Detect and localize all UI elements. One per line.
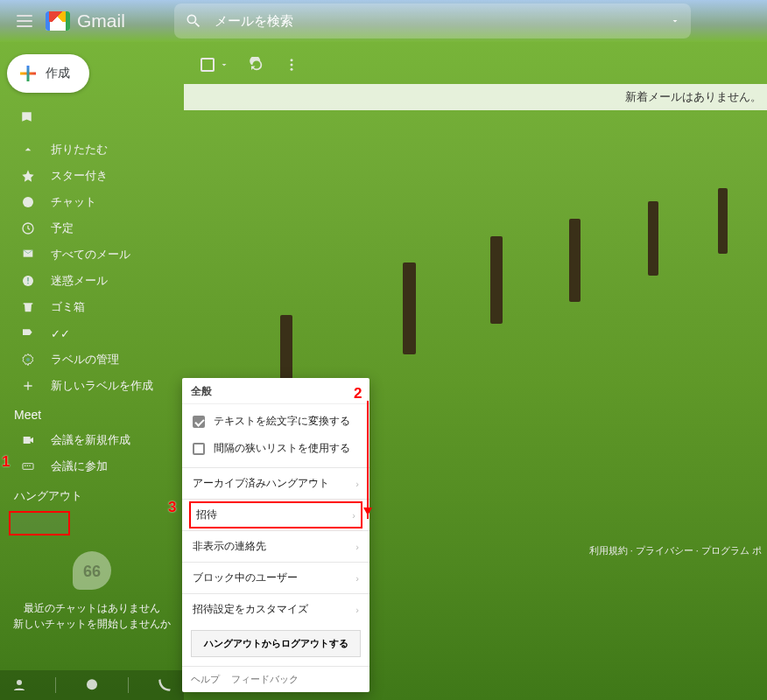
sidebar-item-collapse[interactable]: 折りたたむ [0, 136, 184, 163]
svg-rect-11 [27, 466, 28, 466]
sidebar-item-starred[interactable]: スター付き [0, 163, 184, 189]
caret-down-icon[interactable] [219, 60, 229, 70]
sidebar-label: 折りたたむ [51, 142, 108, 158]
sidebar-category-tag[interactable] [0, 105, 184, 131]
svg-rect-7 [27, 283, 28, 284]
refresh-button[interactable] [249, 57, 264, 73]
popup-item-label: アーカイブ済みハングアウト [193, 476, 329, 491]
sidebar-label: ✓✓ [51, 327, 70, 340]
label-icon [18, 326, 39, 340]
hangout-user-avatar[interactable] [9, 511, 70, 536]
sidebar-label: 予定 [51, 220, 74, 236]
sidebar-item-custom-label[interactable]: ✓✓ [0, 320, 184, 346]
keyboard-icon [18, 459, 39, 473]
gear-icon [18, 353, 39, 367]
popup-option-emoji[interactable]: テキストを絵文字に変換する [182, 408, 369, 435]
hangout-empty-state: 最近のチャットはありません 新しいチャットを開始しませんか [0, 551, 184, 632]
svg-point-3 [23, 197, 33, 207]
search-placeholder: メールを検索 [215, 13, 670, 30]
chevron-right-icon: › [355, 479, 359, 489]
chat-icon [18, 195, 39, 209]
clock-icon [18, 221, 39, 235]
popup-option-label: テキストを絵文字に変換する [214, 414, 350, 429]
meet-join[interactable]: 会議に参加 [0, 453, 184, 480]
gmail-logo[interactable]: Gmail [46, 10, 125, 32]
hangouts-button[interactable] [81, 674, 103, 696]
chevron-right-icon: › [352, 510, 355, 521]
footer-program[interactable]: プログラム ポ [701, 545, 762, 556]
popup-help-link[interactable]: ヘルプ [191, 674, 220, 684]
svg-point-0 [291, 59, 293, 61]
gmail-logo-text: Gmail [77, 10, 125, 32]
popup-option-label: 間隔の狭いリストを使用する [214, 441, 350, 456]
popup-item-label: ブロック中のユーザー [193, 570, 298, 585]
caret-down-icon[interactable] [670, 16, 680, 26]
sidebar-label: ラベルの管理 [51, 352, 119, 368]
footer-privacy[interactable]: プライバシー [636, 545, 693, 556]
phone-button[interactable] [153, 674, 176, 696]
sidebar-item-manage-labels[interactable]: ラベルの管理 [0, 346, 184, 373]
footer-links: 利用規約 · プライバシー · プログラム ポ [589, 544, 762, 557]
more-button[interactable] [284, 57, 299, 73]
sidebar-label: 迷惑メール [51, 273, 108, 289]
popup-item-label: 招待設定をカスタマイズ [193, 602, 308, 617]
sidebar-label: 新しいラベルを作成 [51, 378, 153, 394]
sidebar-label: チャット [51, 194, 96, 210]
main-menu-button[interactable] [7, 4, 42, 38]
header: Gmail メールを検索 [0, 0, 767, 42]
warning-icon [18, 274, 39, 288]
svg-rect-6 [27, 277, 28, 282]
search-bar[interactable]: メールを検索 [174, 4, 691, 38]
svg-rect-10 [25, 466, 25, 466]
hangout-bottom-bar [0, 670, 184, 700]
sidebar-item-spam[interactable]: 迷惑メール [0, 268, 184, 294]
popup-item-label: 招待 [196, 508, 217, 522]
chevron-right-icon: › [355, 605, 359, 615]
hangout-empty-line2: 新しいチャットを開始しませんか [0, 616, 184, 632]
popup-item-customize[interactable]: 招待設定をカスタマイズ › [182, 596, 369, 623]
label-icon [18, 110, 39, 126]
hangout-empty-line1: 最近のチャットはありません [0, 600, 184, 616]
select-all-checkbox[interactable] [194, 52, 221, 78]
popup-option-dense[interactable]: 間隔の狭いリストを使用する [182, 435, 369, 462]
hamburger-icon [17, 15, 32, 27]
sidebar-item-scheduled[interactable]: 予定 [0, 215, 184, 242]
hangout-section-header: ハングアウト [0, 480, 184, 508]
sidebar-label: すべてのメール [51, 247, 130, 262]
chevron-up-icon [18, 143, 39, 157]
chevron-right-icon: › [355, 573, 359, 584]
sidebar-item-trash[interactable]: ゴミ箱 [0, 294, 184, 320]
popup-item-hidden[interactable]: 非表示の連絡先 › [182, 533, 369, 560]
gmail-icon [46, 11, 70, 31]
sidebar-item-chat[interactable]: チャット [0, 189, 184, 215]
popup-feedback-link[interactable]: フィードバック [231, 674, 299, 684]
inbox-toolbar [184, 47, 767, 82]
popup-logout-button[interactable]: ハングアウトからログアウトする [191, 630, 361, 657]
plus-icon [19, 65, 37, 82]
trash-icon [18, 300, 39, 314]
sidebar: 折りたたむ スター付き チャット 予定 すべてのメール 迷惑メール ゴミ箱 ✓✓… [0, 105, 184, 536]
contacts-button[interactable] [8, 674, 31, 696]
svg-point-14 [87, 679, 97, 690]
meet-new[interactable]: 会議を新規作成 [0, 427, 184, 453]
chevron-right-icon: › [355, 542, 359, 552]
svg-point-1 [291, 64, 293, 66]
sidebar-item-new-label[interactable]: 新しいラベルを作成 [0, 373, 184, 399]
popup-item-blocked[interactable]: ブロック中のユーザー › [182, 564, 369, 592]
footer-terms[interactable]: 利用規約 [589, 545, 628, 556]
svg-rect-12 [29, 466, 30, 466]
sidebar-item-allmail[interactable]: すべてのメール [0, 242, 184, 268]
meet-label: 会議を新規作成 [51, 432, 130, 448]
sidebar-label: ゴミ箱 [51, 299, 85, 315]
popup-header: 全般 [182, 378, 369, 404]
compose-button[interactable]: 作成 [7, 54, 89, 93]
empty-inbox-text: 新着メールはありません。 [625, 89, 762, 105]
plus-icon [18, 379, 39, 393]
popup-item-label: 非表示の連絡先 [193, 539, 266, 554]
popup-item-archived[interactable]: アーカイブ済みハングアウト › [182, 470, 369, 497]
mail-icon [18, 248, 39, 262]
popup-item-invite[interactable]: 招待 › [189, 501, 362, 528]
annotation-arrow [367, 401, 369, 519]
meet-section-header: Meet [0, 399, 184, 427]
empty-inbox-banner: 新着メールはありません。 [184, 84, 767, 110]
